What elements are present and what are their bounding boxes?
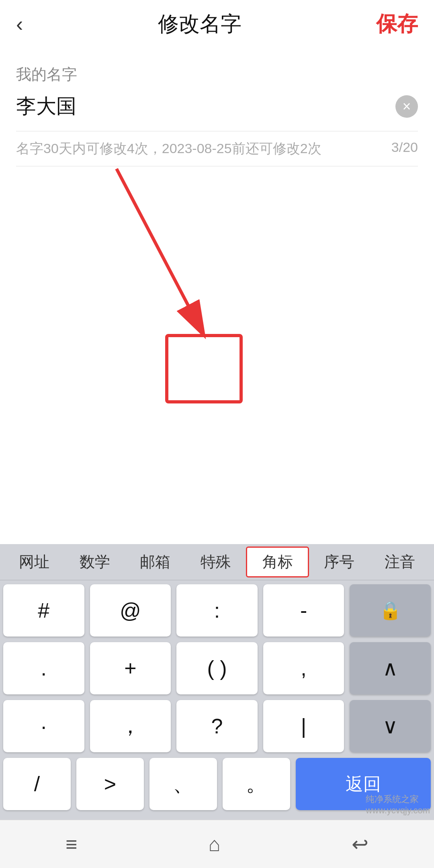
clear-button[interactable]: × — [395, 95, 418, 118]
key-colon[interactable]: : — [176, 584, 258, 637]
key-parens[interactable]: ( ) — [176, 642, 258, 694]
nav-bar: ≡ ⌂ ↩ — [0, 820, 434, 868]
key-lock[interactable]: 🔒 — [350, 584, 431, 637]
topbar-item-superscript[interactable]: 角标 — [246, 547, 309, 577]
key-dash[interactable]: - — [263, 584, 344, 637]
close-icon: × — [402, 99, 411, 114]
watermark: 纯净系统之家www.ycvqjy.com — [366, 793, 430, 816]
header: ‹ 修改名字 保存 — [0, 0, 434, 48]
topbar-item-url[interactable]: 网址 — [4, 548, 65, 576]
key-period[interactable]: . — [3, 642, 84, 694]
svg-rect-2 — [167, 336, 241, 402]
topbar-item-math[interactable]: 数学 — [65, 548, 125, 576]
key-comma[interactable]: , — [263, 642, 344, 694]
key-at[interactable]: @ — [90, 584, 171, 637]
key-row-1: # @ : - 🔒 — [3, 584, 431, 637]
key-question[interactable]: ? — [176, 700, 258, 752]
key-row-3: · ， ? | ∨ — [3, 700, 431, 752]
lock-icon: 🔒 — [379, 600, 401, 621]
topbar-item-special[interactable]: 特殊 — [186, 548, 246, 576]
home-icon[interactable]: ⌂ — [208, 833, 220, 856]
keyboard-rows: # @ : - 🔒 . + ( ) , ∧ · ， ? | ∨ / > — [0, 580, 434, 820]
key-cn-comma[interactable]: ， — [90, 700, 171, 752]
key-slash[interactable]: / — [3, 758, 71, 810]
keyboard-topbar: 网址 数学 邮箱 特殊 角标 序号 注音 — [0, 544, 434, 580]
key-row-2: . + ( ) , ∧ — [3, 642, 431, 694]
key-cn-period[interactable]: 。 — [223, 758, 290, 810]
key-greater[interactable]: > — [76, 758, 144, 810]
key-plus[interactable]: + — [90, 642, 171, 694]
keyboard: 网址 数学 邮箱 特殊 角标 序号 注音 # @ : - 🔒 . + ( ) ,… — [0, 544, 434, 820]
field-row: 李大国 × — [16, 93, 418, 131]
name-input[interactable]: 李大国 — [16, 93, 395, 120]
char-count: 3/20 — [391, 139, 418, 158]
key-middle-dot[interactable]: · — [3, 700, 84, 752]
save-button[interactable]: 保存 — [376, 10, 418, 38]
page-title: 修改名字 — [158, 10, 242, 38]
topbar-item-ordinal[interactable]: 序号 — [309, 548, 370, 576]
topbar-item-email[interactable]: 邮箱 — [125, 548, 186, 576]
back-button[interactable]: ‹ — [16, 12, 23, 36]
key-cn-pause[interactable]: 、 — [149, 758, 217, 810]
key-hash[interactable]: # — [3, 584, 84, 637]
field-label: 我的名字 — [16, 64, 418, 85]
hint-text: 名字30天内可修改4次，2023-08-25前还可修改2次 — [16, 139, 321, 158]
field-hint: 名字30天内可修改4次，2023-08-25前还可修改2次 3/20 — [16, 139, 418, 166]
menu-icon[interactable]: ≡ — [66, 833, 77, 856]
annotation — [0, 153, 434, 434]
key-pipe[interactable]: | — [263, 700, 344, 752]
key-down[interactable]: ∨ — [350, 700, 431, 752]
key-up[interactable]: ∧ — [350, 642, 431, 694]
topbar-item-zhuyin[interactable]: 注音 — [369, 548, 430, 576]
svg-line-1 — [117, 169, 203, 334]
form-content: 我的名字 李大国 × 名字30天内可修改4次，2023-08-25前还可修改2次… — [0, 48, 434, 166]
back-nav-icon[interactable]: ↩ — [352, 833, 368, 856]
